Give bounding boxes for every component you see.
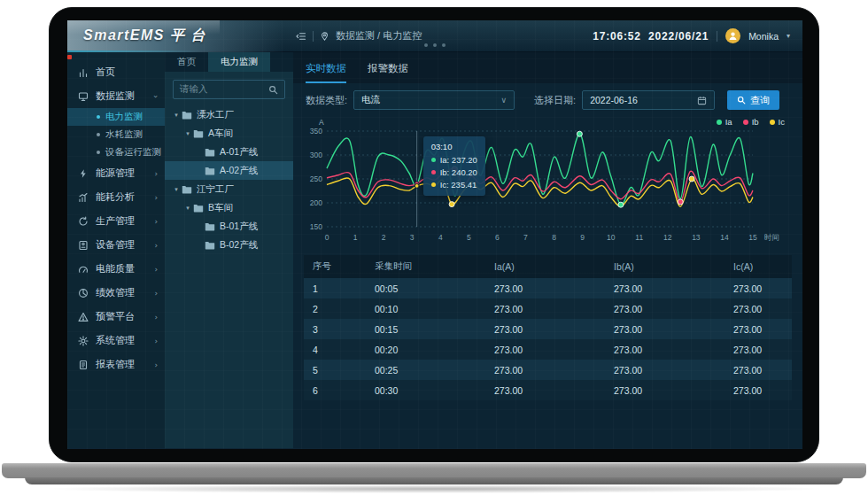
breadcrumb: 数据监测 / 电力监控 xyxy=(296,29,422,43)
sidebar-item[interactable]: 预警平台 › xyxy=(67,305,165,329)
sidebar-subitem[interactable]: 水耗监测 xyxy=(67,126,165,143)
query-button[interactable]: 查询 xyxy=(727,90,779,110)
tree-panel-tabs: 首页电力监测 xyxy=(165,52,293,72)
sidebar-item[interactable]: 系统管理 › xyxy=(67,329,165,353)
data-tab[interactable]: 报警数据 xyxy=(368,62,408,83)
sidebar-item[interactable]: 设备管理 › xyxy=(67,233,165,257)
search-icon[interactable] xyxy=(268,85,278,95)
date-input[interactable]: 2022-06-16 xyxy=(582,90,715,110)
tree-node[interactable]: ▾ B车间 xyxy=(165,198,293,217)
tree-search-input[interactable]: 请输入 xyxy=(173,80,285,99)
legend-dot xyxy=(743,120,748,125)
table-cell: 273.00 xyxy=(485,339,605,360)
tree-node[interactable]: B-01产线 xyxy=(165,217,293,236)
tree-node[interactable]: A-02产线 xyxy=(165,161,293,180)
sidebar-item[interactable]: 数据监测 › xyxy=(67,84,165,108)
folder-icon xyxy=(204,148,220,157)
legend-item[interactable]: Ic xyxy=(770,117,785,127)
chevron-right-icon: › xyxy=(154,193,158,202)
chevron-right-icon: › xyxy=(154,313,158,322)
svg-text:11: 11 xyxy=(635,233,643,242)
svg-text:9: 9 xyxy=(580,233,585,242)
tooltip-time: 03:10 xyxy=(431,142,477,151)
table-header-cell: 序号 xyxy=(304,255,366,278)
collapse-menu-icon[interactable] xyxy=(296,31,306,42)
caret-down-icon: ▾ xyxy=(183,205,192,212)
tree-panel-tab[interactable]: 首页 xyxy=(165,52,208,72)
chevron-right-icon: › xyxy=(154,169,158,178)
svg-text:14: 14 xyxy=(720,233,729,242)
svg-text:150: 150 xyxy=(310,222,322,231)
sidebar-subitem[interactable]: 电力监测 xyxy=(67,108,165,126)
settings-icon xyxy=(78,335,89,346)
svg-text:6: 6 xyxy=(495,233,500,242)
svg-text:5: 5 xyxy=(467,233,471,242)
folder-icon xyxy=(204,167,220,175)
asset-tree: ▾ 溧水工厂 ▾ A车间 A-01产线 A-02产线 ▾ 江宁工厂 ▾ B车间 xyxy=(165,105,293,448)
tree-panel-tab[interactable]: 电力监测 xyxy=(208,52,270,72)
table-header-cell: 采集时间 xyxy=(366,255,485,278)
svg-text:3: 3 xyxy=(410,233,415,242)
username[interactable]: Monika xyxy=(748,31,779,42)
readings-table: 序号采集时间Ia(A)Ib(A)Ic(A) 100:05273.00273.00… xyxy=(304,255,792,400)
alert-icon xyxy=(78,311,89,322)
chevron-down-icon[interactable]: ▾ xyxy=(787,32,790,40)
tree-node[interactable]: ▾ 江宁工厂 xyxy=(165,180,293,198)
sidebar-item[interactable]: 绩效管理 › xyxy=(67,281,165,305)
table-cell: 00:15 xyxy=(366,319,485,339)
user-avatar[interactable] xyxy=(725,28,740,43)
table-cell: 273.00 xyxy=(485,298,605,319)
table-cell: 273.00 xyxy=(485,319,605,339)
sidebar-item[interactable]: 首页 xyxy=(67,60,165,84)
table-cell: 273.00 xyxy=(725,339,792,360)
svg-text:7: 7 xyxy=(523,233,528,242)
chevron-down-icon: ∨ xyxy=(500,96,507,105)
table-cell: 273.00 xyxy=(725,380,792,400)
divider xyxy=(717,31,717,42)
folder-icon xyxy=(204,241,220,250)
sidebar-item[interactable]: 能耗分析 › xyxy=(67,185,165,209)
breadcrumb-text: 数据监测 / 电力监控 xyxy=(336,29,422,43)
monitor-icon xyxy=(78,90,89,102)
power-quality-icon xyxy=(78,263,89,275)
laptop-base-edge xyxy=(25,477,843,484)
legend-item[interactable]: Ib xyxy=(743,117,759,127)
laptop-base xyxy=(2,463,866,478)
tooltip-row: Ia: 237.20 xyxy=(431,155,477,165)
sidebar-subitem[interactable]: 设备运行监测 xyxy=(67,143,165,161)
production-icon xyxy=(78,215,89,227)
table-cell: 00:25 xyxy=(366,360,485,380)
tree-node[interactable]: ▾ A车间 xyxy=(165,124,293,143)
table-cell: 273.00 xyxy=(485,380,605,400)
table-cell: 1 xyxy=(304,278,366,298)
chevron-right-icon: › xyxy=(154,337,158,345)
sidebar-item[interactable]: 能源管理 › xyxy=(67,161,165,185)
table-header-row: 序号采集时间Ia(A)Ib(A)Ic(A) xyxy=(304,255,792,278)
svg-text:12: 12 xyxy=(663,233,672,242)
series-dot xyxy=(431,182,436,187)
table-row: 600:30273.00273.00273.00 xyxy=(304,380,792,400)
legend-dot xyxy=(717,120,722,125)
tree-node[interactable]: ▾ 溧水工厂 xyxy=(165,105,293,124)
folder-icon xyxy=(192,129,208,138)
legend-item[interactable]: Ia xyxy=(717,117,732,127)
table-cell: 273.00 xyxy=(725,319,792,339)
data-tab[interactable]: 实时数据 xyxy=(306,62,346,83)
top-right-area: 17:06:52 2022/06/21 Monika ▾ xyxy=(593,28,802,43)
sidebar-item[interactable]: 电能质量 › xyxy=(67,257,165,281)
sidebar-item[interactable]: 报表管理 › xyxy=(67,353,165,376)
chevron-right-icon: › xyxy=(154,241,158,250)
tree-node[interactable]: A-01产线 xyxy=(165,143,293,161)
sidebar-item[interactable]: 生产管理 › xyxy=(67,209,165,233)
table-cell: 273.00 xyxy=(605,360,725,380)
data-type-select[interactable]: 电流 ∨ xyxy=(353,90,515,110)
tree-node[interactable]: B-02产线 xyxy=(165,236,293,254)
svg-text:13: 13 xyxy=(692,233,701,242)
series-dot xyxy=(431,170,436,174)
screen-indicator-dot xyxy=(67,55,72,59)
table-header-cell: Ic(A) xyxy=(725,255,792,278)
folder-icon xyxy=(204,222,220,231)
series-dot xyxy=(431,158,436,162)
date-label: 选择日期: xyxy=(534,94,576,107)
folder-icon xyxy=(181,185,197,194)
